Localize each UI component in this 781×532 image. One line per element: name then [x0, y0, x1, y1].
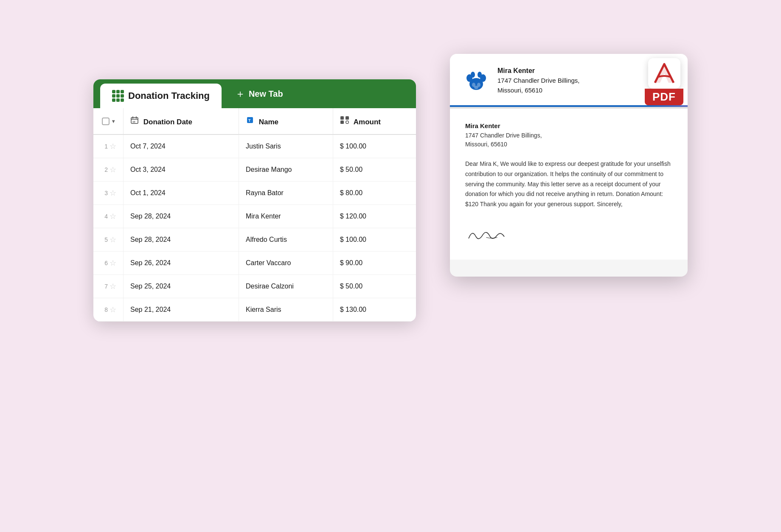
row-amount: $ 120.00 — [333, 205, 416, 228]
calendar-icon: 10 — [130, 116, 139, 124]
row-date: Sep 21, 2024 — [124, 298, 239, 322]
row-checkbox-cell: 3 ☆ — [93, 182, 124, 205]
row-date: Sep 26, 2024 — [124, 252, 239, 275]
pdf-badge-area: PDF — [645, 58, 683, 105]
row-number: 3 — [100, 190, 108, 196]
svg-text:T: T — [248, 118, 251, 123]
row-name: Rayna Bator — [239, 182, 333, 205]
svg-rect-5 — [346, 116, 349, 120]
row-date: Sep 28, 2024 — [124, 205, 239, 228]
row-amount: $ 50.00 — [333, 158, 416, 182]
row-amount: $ 50.00 — [333, 275, 416, 298]
col-header-amount[interactable]: Amount — [333, 108, 416, 134]
pdf-signature — [465, 223, 672, 246]
star-icon[interactable]: ☆ — [110, 235, 116, 244]
star-icon[interactable]: ☆ — [110, 258, 116, 268]
chevron-icon: ▾ — [112, 118, 115, 124]
row-amount: $ 90.00 — [333, 252, 416, 275]
new-tab-label: New Tab — [249, 89, 283, 99]
tab-active-label: Donation Tracking — [128, 90, 210, 101]
row-number: 4 — [100, 213, 108, 220]
table-row: 2 ☆ Oct 3, 2024Desirae Mango$ 50.00 — [93, 158, 416, 182]
svg-rect-6 — [340, 120, 344, 124]
spreadsheet-card: Donation Tracking ＋ New Tab ▾ — [93, 79, 416, 322]
row-name: Carter Vaccaro — [239, 252, 333, 275]
row-checkbox-cell: 6 ☆ — [93, 252, 124, 275]
pdf-address: 1747 Chandler Drive Billings, Missouri, … — [465, 131, 672, 149]
star-icon[interactable]: ☆ — [110, 165, 116, 174]
row-amount: $ 130.00 — [333, 298, 416, 322]
pdf-header-text: Mira Kenter 1747 Chandler Drive Billings… — [497, 66, 579, 95]
pdf-recipient-name: Mira Kenter — [465, 122, 672, 129]
table-row: 7 ☆ Sep 25, 2024Desirae Calzoni$ 50.00 — [93, 275, 416, 298]
text-icon: T — [246, 116, 254, 124]
row-date: Oct 1, 2024 — [124, 182, 239, 205]
row-checkbox-cell: 2 ☆ — [93, 158, 124, 182]
amount-icon — [340, 116, 349, 124]
star-icon[interactable]: ☆ — [110, 142, 116, 151]
row-name: Mira Kenter — [239, 205, 333, 228]
acrobat-svg — [652, 61, 677, 86]
grid-icon — [112, 90, 124, 102]
table-row: 3 ☆ Oct 1, 2024Rayna Bator$ 80.00 — [93, 182, 416, 205]
table-row: 6 ☆ Sep 26, 2024Carter Vaccaro$ 90.00 — [93, 252, 416, 275]
col-header-name[interactable]: T Name — [239, 108, 333, 134]
svg-point-12 — [471, 72, 475, 78]
svg-point-13 — [478, 72, 482, 78]
row-checkbox-cell: 8 ☆ — [93, 298, 124, 322]
star-icon[interactable]: ☆ — [110, 212, 116, 221]
row-date: Oct 7, 2024 — [124, 134, 239, 158]
svg-point-16 — [474, 86, 478, 89]
row-number: 1 — [100, 143, 108, 150]
tab-new[interactable]: ＋ New Tab — [225, 79, 293, 108]
svg-rect-4 — [340, 116, 344, 120]
tab-bar: Donation Tracking ＋ New Tab — [93, 79, 416, 108]
star-icon[interactable]: ☆ — [110, 282, 116, 291]
pdf-label-badge: PDF — [645, 89, 683, 105]
row-name: Desirae Calzoni — [239, 275, 333, 298]
table-row: 5 ☆ Sep 28, 2024Alfredo Curtis$ 100.00 — [93, 228, 416, 252]
col-header-checkbox: ▾ — [93, 108, 124, 134]
row-number: 5 — [100, 236, 108, 243]
star-icon[interactable]: ☆ — [110, 305, 116, 314]
row-amount: $ 80.00 — [333, 182, 416, 205]
table-row: 1 ☆ Oct 7, 2024Justin Saris$ 100.00 — [93, 134, 416, 158]
col-header-date[interactable]: 10 Donation Date — [124, 108, 239, 134]
pdf-addr2: Missouri, 65610 — [465, 141, 507, 148]
signature-svg — [465, 223, 508, 244]
row-checkbox-cell: 7 ☆ — [93, 275, 124, 298]
svg-text:10: 10 — [132, 120, 135, 123]
row-name: Alfredo Curtis — [239, 228, 333, 252]
paw-icon — [464, 68, 489, 93]
table-row: 8 ☆ Sep 21, 2024Kierra Saris$ 130.00 — [93, 298, 416, 322]
pdf-card: PDF Mira Kenter 174 — [450, 54, 688, 277]
row-name: Kierra Saris — [239, 298, 333, 322]
col-name-label: Name — [259, 118, 278, 126]
row-checkbox-cell: 1 ☆ — [93, 134, 124, 158]
row-name: Justin Saris — [239, 134, 333, 158]
row-name: Desirae Mango — [239, 158, 333, 182]
row-date: Oct 3, 2024 — [124, 158, 239, 182]
row-number: 6 — [100, 260, 108, 266]
row-date: Sep 28, 2024 — [124, 228, 239, 252]
tab-donation-tracking[interactable]: Donation Tracking — [100, 84, 222, 108]
donation-table: ▾ 10 Donation Date T Name — [93, 108, 416, 322]
pdf-addr1: 1747 Chandler Drive Billings, — [465, 132, 542, 139]
row-amount: $ 100.00 — [333, 228, 416, 252]
table-row: 4 ☆ Sep 28, 2024Mira Kenter$ 120.00 — [93, 205, 416, 228]
acrobat-icon-wrap — [648, 58, 680, 89]
row-number: 8 — [100, 306, 108, 313]
pdf-header-address1: 1747 Chandler Drive Billings, — [497, 76, 579, 86]
row-number: 2 — [100, 166, 108, 173]
header-checkbox[interactable] — [102, 118, 110, 125]
row-amount: $ 100.00 — [333, 134, 416, 158]
pdf-letter-body: Dear Mira K, We would like to express ou… — [465, 159, 672, 210]
col-amount-label: Amount — [354, 118, 381, 126]
plus-icon: ＋ — [235, 87, 245, 101]
pdf-header-address2: Missouri, 65610 — [497, 86, 579, 95]
pdf-header-name: Mira Kenter — [497, 66, 579, 76]
row-checkbox-cell: 4 ☆ — [93, 205, 124, 228]
svg-point-8 — [346, 121, 348, 123]
scene: Donation Tracking ＋ New Tab ▾ — [93, 54, 688, 478]
star-icon[interactable]: ☆ — [110, 188, 116, 198]
